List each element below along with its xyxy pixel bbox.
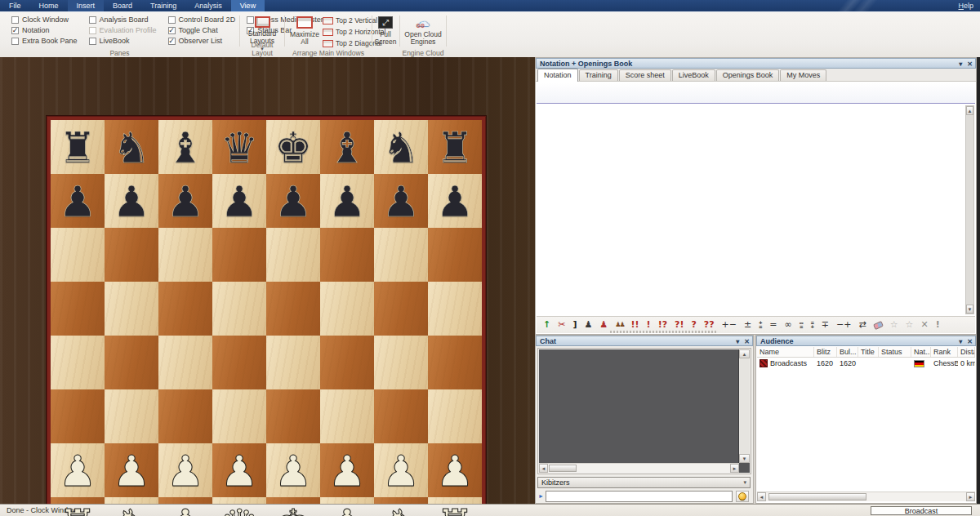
table-row[interactable]: Broadcasts16201620ChessBa:0 km — [757, 358, 975, 368]
menu-tab-board[interactable]: Board — [104, 0, 141, 11]
menu-tab-view[interactable]: View — [231, 0, 265, 11]
emoji-button[interactable]: ‿ — [736, 491, 749, 502]
notation-panel-titlebar[interactable]: Notation + Openings Book ▾✕ — [536, 58, 976, 69]
notation-vertical-scrollbar[interactable]: ▲ ▼ — [965, 105, 974, 314]
square-g2[interactable]: ♟ — [374, 443, 428, 497]
square-b6[interactable] — [105, 228, 158, 282]
square-e8[interactable]: ♚ — [266, 120, 320, 174]
checkbox-notation[interactable]: ✓Notation — [11, 26, 78, 34]
square-g6[interactable] — [374, 228, 428, 282]
square-g4[interactable] — [374, 336, 428, 389]
checkbox-icon[interactable]: ✓ — [11, 27, 19, 34]
maximize-all-button[interactable]: Maximize All — [287, 16, 322, 46]
square-e7[interactable]: ♟ — [266, 174, 320, 228]
scroll-right-icon[interactable]: ► — [730, 464, 739, 473]
column-header-name[interactable]: Name — [757, 347, 814, 357]
panel-close-icon[interactable]: ✕ — [744, 337, 750, 347]
notation-body[interactable] — [537, 104, 975, 316]
square-g1[interactable]: ♞ — [374, 497, 428, 516]
white-winning-icon[interactable]: +− — [722, 317, 737, 333]
gray-exclam-icon[interactable]: ! — [936, 317, 940, 333]
scroll-down-icon[interactable]: ▼ — [966, 305, 973, 314]
column-header-rank[interactable]: Rank — [931, 347, 958, 357]
square-b4[interactable] — [105, 336, 158, 389]
square-g5[interactable] — [374, 282, 428, 336]
square-b3[interactable] — [105, 389, 158, 443]
column-header-title[interactable]: Title — [858, 347, 879, 357]
tab-notation[interactable]: Notation — [537, 69, 578, 82]
scroll-up-icon[interactable]: ▲ — [966, 106, 973, 115]
checkbox-icon[interactable]: ✓ — [168, 38, 176, 45]
scroll-thumb[interactable] — [768, 493, 866, 500]
square-b5[interactable] — [105, 282, 158, 336]
square-g8[interactable]: ♞ — [374, 120, 428, 174]
square-g3[interactable] — [374, 389, 428, 443]
square-f5[interactable] — [320, 282, 374, 336]
square-e1[interactable]: ♚ — [266, 497, 320, 516]
black-better-icon[interactable]: ∓ — [822, 317, 829, 333]
eraser-icon[interactable] — [873, 321, 884, 330]
checkbox-observer-list[interactable]: ✓Observer List — [168, 37, 236, 45]
checkbox-icon[interactable] — [11, 38, 19, 45]
square-f6[interactable] — [320, 228, 374, 282]
checkbox-icon[interactable] — [11, 16, 19, 24]
panel-close-icon[interactable]: ✕ — [967, 60, 973, 69]
square-e4[interactable] — [266, 336, 320, 389]
end-variation-icon[interactable]: ] — [572, 317, 577, 333]
arrow-up-icon[interactable]: ↑ — [543, 317, 550, 333]
square-b2[interactable]: ♟ — [105, 443, 158, 497]
column-header-distance[interactable]: Distance — [958, 347, 975, 357]
square-d2[interactable]: ♟ — [212, 443, 266, 497]
full-screen-button[interactable]: ⤢ Full Screen — [373, 16, 398, 46]
square-f1[interactable]: ♝ — [320, 497, 374, 516]
tab-training[interactable]: Training — [579, 69, 618, 81]
square-h1[interactable]: ♜ — [428, 497, 482, 516]
black-slightly-better-icon[interactable]: =+ — [811, 321, 814, 330]
delete-x-icon[interactable]: ✕ — [920, 317, 928, 333]
scroll-thumb[interactable] — [549, 465, 577, 472]
equal-icon[interactable]: = — [769, 317, 777, 333]
column-header-nat[interactable]: Nat... — [911, 347, 931, 357]
square-a1[interactable]: ♜ — [51, 497, 105, 516]
open-cloud-engines-button[interactable]: ☁⚙⚙ Open Cloud Engines — [401, 16, 445, 46]
black-winning-icon[interactable]: −+ — [836, 317, 851, 333]
square-e3[interactable] — [266, 389, 320, 443]
square-e2[interactable]: ♟ — [266, 443, 320, 497]
square-c8[interactable]: ♝ — [158, 120, 212, 174]
menu-tab-insert[interactable]: Insert — [68, 0, 105, 11]
square-a2[interactable]: ♟ — [51, 443, 105, 497]
column-header-status[interactable]: Status — [879, 347, 911, 357]
red-pawn-icon[interactable]: ♟ — [599, 317, 608, 333]
broadcast-button[interactable]: Broadcast — [871, 506, 972, 515]
square-a3[interactable] — [51, 389, 105, 443]
square-f4[interactable] — [320, 336, 374, 389]
checkbox-icon[interactable] — [168, 16, 176, 24]
column-header-blitz[interactable]: Blitz — [814, 347, 837, 357]
star-sparkle-icon[interactable]: ☆ — [906, 317, 914, 333]
square-d3[interactable] — [212, 389, 266, 443]
square-e6[interactable] — [266, 228, 320, 282]
help-menu[interactable]: Help — [958, 0, 973, 11]
menu-tab-training[interactable]: Training — [141, 0, 185, 11]
scissors-icon[interactable]: ✂ — [558, 317, 565, 333]
square-e5[interactable] — [266, 282, 320, 336]
chat-panel-titlebar[interactable]: Chat ▾✕ — [536, 336, 753, 346]
panel-close-icon[interactable]: ✕ — [967, 337, 973, 347]
tab-livebook[interactable]: LiveBook — [672, 69, 715, 81]
square-c5[interactable] — [158, 282, 212, 336]
audience-horizontal-scrollbar[interactable]: ◄ ► — [757, 492, 975, 501]
top-2-vertical-button[interactable]: Top 2 Vertical — [323, 16, 377, 24]
square-h4[interactable] — [428, 336, 482, 389]
checkbox-extra-book-pane[interactable]: Extra Book Pane — [11, 37, 78, 45]
checkbox-analysis-board[interactable]: Analysis Board — [89, 16, 157, 24]
star-icon[interactable]: ☆ — [890, 317, 898, 333]
scroll-right-icon[interactable]: ► — [966, 492, 975, 501]
square-h5[interactable] — [428, 282, 482, 336]
square-h7[interactable]: ♟ — [428, 174, 482, 228]
checkbox-icon[interactable] — [89, 38, 96, 45]
square-f3[interactable] — [320, 389, 374, 443]
scroll-down-icon[interactable]: ▼ — [739, 454, 750, 463]
menu-tab-home[interactable]: Home — [30, 0, 68, 11]
square-c7[interactable]: ♟ — [158, 174, 212, 228]
toolbar-drag-handle[interactable] — [610, 331, 716, 333]
